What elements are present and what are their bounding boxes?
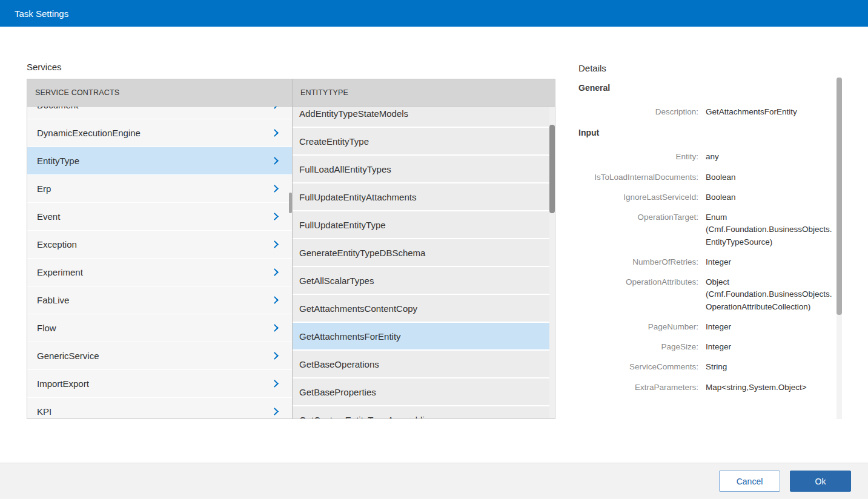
operations-column: ENTITYTYPE AddEntityTypeStateModelsCreat… bbox=[292, 79, 555, 418]
chevron-right-icon bbox=[271, 107, 279, 109]
task-settings-dialog: Task Settings Services SERVICE CONTRACTS… bbox=[0, 0, 868, 499]
dialog-title: Task Settings bbox=[15, 8, 68, 19]
operation-label: GetAttachmentsForEntity bbox=[299, 331, 543, 342]
details-field-value: Map<string,System.Object> bbox=[706, 382, 807, 394]
details-field-value: GetAttachmentsForEntity bbox=[706, 106, 797, 118]
service-contract-item[interactable]: ImportExport bbox=[27, 370, 292, 397]
service-contract-label: DynamicExecutionEngine bbox=[37, 128, 272, 138]
dialog-footer: Cancel Ok bbox=[0, 463, 868, 499]
details-field-label: OperationTarget: bbox=[578, 211, 698, 248]
details-field-label: Entity: bbox=[578, 151, 698, 163]
operation-item[interactable]: GetCustomEntityTypeAssemblies bbox=[293, 406, 549, 418]
service-contract-item[interactable]: Event bbox=[27, 203, 292, 230]
details-panel: Details GeneralDescription:GetAttachment… bbox=[578, 63, 833, 402]
operation-item[interactable]: GetBaseProperties bbox=[293, 378, 549, 405]
services-section-label: Services bbox=[27, 62, 62, 72]
chevron-right-icon bbox=[271, 213, 279, 220]
operation-item[interactable]: GenerateEntityTypeDBSchema bbox=[293, 239, 549, 266]
service-contract-item[interactable]: Document bbox=[27, 107, 292, 119]
details-scrollbar-thumb[interactable] bbox=[837, 78, 842, 315]
details-section-heading: General bbox=[578, 83, 833, 93]
chevron-right-icon bbox=[271, 157, 279, 165]
dialog-content: Services SERVICE CONTRACTS DocumentDynam… bbox=[0, 27, 868, 463]
operation-item[interactable]: AddEntityTypeStateModels bbox=[293, 107, 549, 127]
details-field: ServiceComments:String bbox=[578, 361, 833, 373]
details-field-label: Description: bbox=[578, 106, 698, 118]
details-field-value: Integer bbox=[706, 341, 731, 353]
details-field: IsToLoadInternalDocuments:Boolean bbox=[578, 171, 833, 183]
service-contracts-header: SERVICE CONTRACTS bbox=[27, 79, 292, 107]
details-field-value: Boolean bbox=[706, 171, 736, 183]
service-contracts-rows: DocumentDynamicExecutionEngineEntityType… bbox=[27, 107, 292, 418]
details-field-value: Integer bbox=[706, 321, 731, 333]
details-sections: GeneralDescription:GetAttachmentsForEnti… bbox=[578, 83, 833, 394]
details-field: Description:GetAttachmentsForEntity bbox=[578, 106, 833, 118]
details-field-label: PageNumber: bbox=[578, 321, 698, 333]
details-field: NumberOfRetries:Integer bbox=[578, 256, 833, 268]
operation-item[interactable]: FullUpdateEntityAttachments bbox=[293, 183, 549, 210]
operation-label: GetAllScalarTypes bbox=[299, 276, 543, 286]
operation-item[interactable]: FullUpdateEntityType bbox=[293, 211, 549, 238]
service-contract-label: Exception bbox=[37, 239, 272, 250]
operation-label: FullUpdateEntityType bbox=[299, 220, 543, 230]
service-contract-item[interactable]: KPI bbox=[27, 398, 292, 418]
operation-item[interactable]: GetAllScalarTypes bbox=[293, 267, 549, 294]
chevron-right-icon bbox=[271, 240, 279, 248]
services-panel: SERVICE CONTRACTS DocumentDynamicExecuti… bbox=[27, 79, 555, 419]
service-contract-label: ImportExport bbox=[37, 378, 272, 389]
details-title: Details bbox=[578, 63, 833, 73]
service-contract-item[interactable]: DynamicExecutionEngine bbox=[27, 119, 292, 147]
ok-button[interactable]: Ok bbox=[790, 471, 851, 492]
operations-scrollbar-thumb[interactable] bbox=[549, 125, 555, 213]
details-field-value: String bbox=[706, 361, 727, 373]
service-contract-item[interactable]: FabLive bbox=[27, 286, 292, 314]
service-contract-item[interactable]: GenericService bbox=[27, 342, 292, 369]
service-contract-item[interactable]: Exception bbox=[27, 231, 292, 258]
cancel-button[interactable]: Cancel bbox=[719, 471, 780, 492]
details-field: Entity:any bbox=[578, 151, 833, 163]
service-contract-item[interactable]: EntityType bbox=[27, 147, 292, 174]
chevron-right-icon bbox=[271, 352, 279, 360]
operation-label: GenerateEntityTypeDBSchema bbox=[299, 248, 543, 258]
details-scrollbar-track[interactable] bbox=[837, 78, 842, 419]
service-contract-label: Event bbox=[37, 211, 272, 222]
details-field-value: Object (Cmf.Foundation.BusinessObjects. … bbox=[706, 276, 832, 313]
service-contracts-scrollbar-thumb[interactable] bbox=[289, 193, 292, 213]
service-contract-item[interactable]: Experiment bbox=[27, 259, 292, 286]
details-field-value: any bbox=[706, 151, 719, 163]
service-contract-item[interactable]: Flow bbox=[27, 314, 292, 342]
operation-label: FullLoadAllEntityTypes bbox=[299, 164, 543, 174]
chevron-right-icon bbox=[271, 380, 279, 388]
details-field-value: Integer bbox=[706, 256, 731, 268]
dialog-titlebar: Task Settings bbox=[0, 0, 868, 27]
operation-item[interactable]: GetAttachmentsForEntity bbox=[293, 323, 549, 349]
details-field-label: OperationAttributes: bbox=[578, 276, 698, 313]
chevron-right-icon bbox=[271, 268, 279, 276]
chevron-right-icon bbox=[271, 185, 279, 193]
details-section-heading: Input bbox=[578, 128, 833, 137]
details-field-label: IgnoreLastServiceId: bbox=[578, 191, 698, 203]
details-field-label: ServiceComments: bbox=[578, 361, 698, 373]
service-contract-label: FabLive bbox=[37, 295, 272, 305]
details-field-value: Boolean bbox=[706, 191, 736, 203]
details-field-label: NumberOfRetries: bbox=[578, 256, 698, 268]
operation-item[interactable]: GetBaseOperations bbox=[293, 351, 549, 377]
operation-item[interactable]: CreateEntityType bbox=[293, 128, 549, 154]
details-field: OperationTarget:Enum (Cmf.Foundation.Bus… bbox=[578, 211, 833, 248]
operations-header: ENTITYTYPE bbox=[293, 79, 555, 107]
service-contract-label: Document bbox=[37, 107, 272, 110]
operation-item[interactable]: GetAttachmentsContentCopy bbox=[293, 295, 549, 322]
details-field: PageNumber:Integer bbox=[578, 321, 833, 333]
operations-scrollbar-track[interactable] bbox=[549, 107, 555, 418]
operation-item[interactable]: FullLoadAllEntityTypes bbox=[293, 156, 549, 182]
details-field: PageSize:Integer bbox=[578, 341, 833, 353]
operation-label: AddEntityTypeStateModels bbox=[299, 108, 543, 119]
operation-label: CreateEntityType bbox=[299, 136, 543, 147]
service-contract-item[interactable]: Erp bbox=[27, 175, 292, 202]
operation-label: FullUpdateEntityAttachments bbox=[299, 192, 543, 202]
operations-list: AddEntityTypeStateModelsCreateEntityType… bbox=[293, 107, 555, 418]
service-contract-label: Experiment bbox=[37, 267, 272, 277]
service-contracts-column: SERVICE CONTRACTS DocumentDynamicExecuti… bbox=[27, 79, 292, 418]
details-field: IgnoreLastServiceId:Boolean bbox=[578, 191, 833, 203]
chevron-right-icon bbox=[271, 296, 279, 304]
